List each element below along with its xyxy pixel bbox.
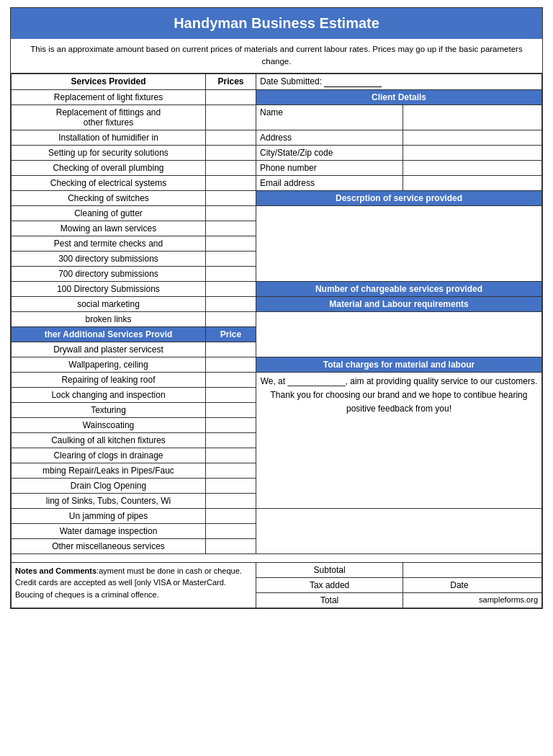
additional-header: ther Additional Services Provid xyxy=(12,326,206,342)
table-row: Replacement of fittings andother fixture… xyxy=(12,104,542,130)
price-cell xyxy=(206,508,256,523)
service-item: Wallpapering, ceiling xyxy=(12,357,206,372)
field-label: Name xyxy=(256,104,403,130)
prices-header: Prices xyxy=(206,74,256,89)
service-item: ling of Sinks, Tubs, Counters, Wi xyxy=(12,493,206,508)
page-title: Handyman Business Estimate xyxy=(11,8,542,39)
service-item: mbing Repair/Leaks in Pipes/Fauc xyxy=(12,463,206,478)
price-cell xyxy=(206,130,256,145)
price-cell xyxy=(206,190,256,205)
field-value xyxy=(403,130,542,145)
service-item: Checking of electrical systems xyxy=(12,175,206,190)
price-cell xyxy=(206,236,256,251)
price-cell xyxy=(206,357,256,372)
service-item: Checking of overall plumbing xyxy=(12,160,206,175)
price-cell xyxy=(206,175,256,190)
service-item: Texturing xyxy=(12,402,206,417)
price-cell xyxy=(206,266,256,281)
disclaimer-text: This is an approximate amount based on c… xyxy=(11,39,542,74)
client-details-header: Client Details xyxy=(256,89,542,104)
column-header-row: Services Provided Prices Date Submitted: xyxy=(12,74,542,89)
closing-text: We, at ____________, aim at providing qu… xyxy=(256,372,542,508)
field-label: Address xyxy=(256,130,403,145)
price-cell xyxy=(206,372,256,387)
table-row: social marketing Material and Labour req… xyxy=(12,296,542,311)
service-item: Wainscoating xyxy=(12,417,206,432)
price-cell xyxy=(206,145,256,160)
service-item: broken links xyxy=(12,311,206,326)
spacer-row xyxy=(12,553,542,562)
watermark: sampleforms.org xyxy=(403,592,542,608)
table-row: broken links xyxy=(12,311,542,326)
service-item: Cleaning of gutter xyxy=(12,205,206,221)
price-cell xyxy=(206,160,256,175)
table-row: Cleaning of gutter xyxy=(12,205,542,221)
table-row: Wallpapering, ceiling Total charges for … xyxy=(12,357,542,372)
total-label: Total xyxy=(256,592,403,608)
subtotal-value xyxy=(403,562,542,577)
price-cell xyxy=(206,205,256,221)
total-header: Total charges for material and labour xyxy=(256,357,542,372)
price-cell xyxy=(206,432,256,448)
service-item: Replacement of light fixtures xyxy=(12,89,206,104)
service-item: Other miscellaneous services xyxy=(12,538,206,553)
services-header: Services Provided xyxy=(12,74,206,89)
price-cell xyxy=(206,493,256,508)
price-cell xyxy=(206,311,256,326)
service-item: social marketing xyxy=(12,296,206,311)
price-cell xyxy=(206,296,256,311)
service-item: Water damage inspection xyxy=(12,523,206,538)
description-area xyxy=(256,205,542,281)
price-cell xyxy=(206,523,256,538)
field-label: Phone number xyxy=(256,160,403,175)
date-submitted-cell: Date Submitted: xyxy=(256,74,542,89)
material-area xyxy=(256,311,542,357)
price-cell xyxy=(206,104,256,130)
notes-label: Notes and Comments xyxy=(15,566,96,575)
service-item: Un jamming of pipes xyxy=(12,508,206,523)
price-cell xyxy=(206,281,256,296)
chargeable-header: Number of chargeable services provided xyxy=(256,281,542,296)
price-cell xyxy=(206,417,256,432)
price-cell xyxy=(206,89,256,104)
service-item: Setting up for security solutions xyxy=(12,145,206,160)
spacer-cell xyxy=(12,553,542,562)
table-row: Installation of humidifier in Address xyxy=(12,130,542,145)
service-item: Checking of switches xyxy=(12,190,206,205)
table-row: Checking of switches Descrption of servi… xyxy=(12,190,542,205)
service-item: Repairing of leaking roof xyxy=(12,372,206,387)
price-cell xyxy=(206,463,256,478)
page: Handyman Business Estimate This is an ap… xyxy=(10,7,543,609)
field-label: City/State/Zip code xyxy=(256,145,403,160)
field-value xyxy=(403,104,542,130)
date-label: Date Submitted: xyxy=(260,76,322,86)
date-label-cell: Date xyxy=(450,580,468,590)
tax-value: Date xyxy=(403,577,542,592)
price-cell xyxy=(206,342,256,357)
material-header: Material and Labour requirements xyxy=(256,296,542,311)
notes-subtotal-row: Notes and Comments:ayment must be done i… xyxy=(12,562,542,577)
price-cell xyxy=(206,387,256,402)
service-item: Pest and termite checks and xyxy=(12,236,206,251)
table-row: Repairing of leaking roof We, at _______… xyxy=(12,372,542,387)
price-cell xyxy=(206,251,256,266)
field-label: Email address xyxy=(256,175,403,190)
service-item: Clearing of clogs in drainage xyxy=(12,448,206,463)
price-cell xyxy=(206,478,256,493)
service-item: Installation of humidifier in xyxy=(12,130,206,145)
subtotal-label: Subtotal xyxy=(256,562,403,577)
service-item: Drywall and plaster servicest xyxy=(12,342,206,357)
notes-cell: Notes and Comments:ayment must be done i… xyxy=(12,562,256,608)
table-row: Setting up for security solutions City/S… xyxy=(12,145,542,160)
price-cell xyxy=(206,402,256,417)
field-value xyxy=(403,160,542,175)
main-table: Services Provided Prices Date Submitted:… xyxy=(11,74,542,608)
price-header: Price xyxy=(206,326,256,342)
price-cell xyxy=(206,448,256,463)
service-item: Mowing an lawn services xyxy=(12,221,206,236)
table-row: Un jamming of pipes xyxy=(12,508,542,523)
field-value xyxy=(403,145,542,160)
table-row: Checking of electrical systems Email add… xyxy=(12,175,542,190)
price-cell xyxy=(206,538,256,553)
service-item: 700 directory submissions xyxy=(12,266,206,281)
